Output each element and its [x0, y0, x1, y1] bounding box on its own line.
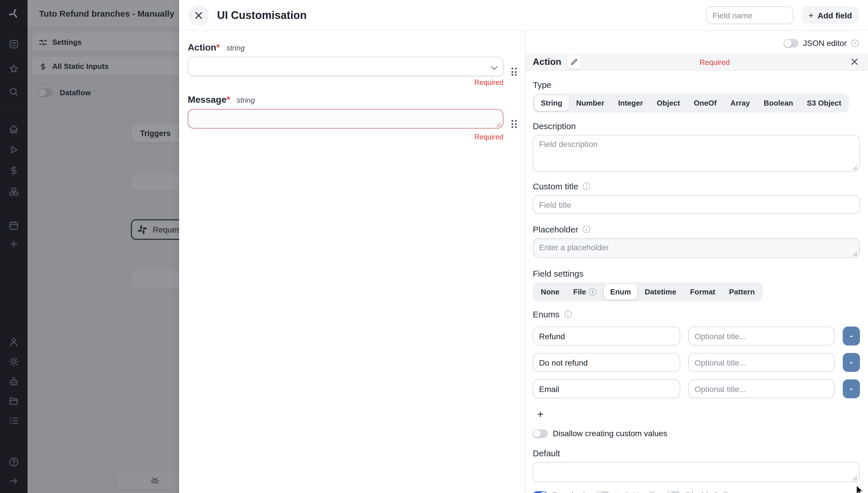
type-option-oneof[interactable]: OneOf	[687, 95, 723, 111]
json-editor-label: JSON editor	[803, 39, 847, 48]
placeholder-label: Placeholder	[533, 224, 860, 234]
required-toggle[interactable]	[533, 491, 548, 493]
enum-title-input[interactable]	[688, 353, 835, 372]
default-label: Default	[533, 448, 860, 458]
inspector-close-button[interactable]	[848, 57, 860, 67]
mouse-cursor	[856, 485, 864, 493]
enum-value-input[interactable]	[533, 353, 680, 372]
required-asterisk: *	[216, 42, 220, 52]
disabled-toggle[interactable]	[666, 491, 681, 493]
field-inspector-panel: JSON editor Action Required Type String …	[525, 31, 868, 493]
modal-title: UI Customisation	[217, 9, 306, 22]
inspector-required-status: Required	[581, 58, 848, 66]
custom-title-label: Custom title	[533, 181, 860, 191]
setting-option-none[interactable]: None	[534, 284, 566, 300]
rename-field-button[interactable]	[567, 55, 581, 69]
setting-option-datetime[interactable]: Datetime	[638, 284, 682, 300]
disabled-toggle-label: Disabled	[686, 491, 717, 493]
enum-title-input[interactable]	[688, 326, 835, 345]
message-required-note: Required	[188, 133, 504, 141]
type-option-array[interactable]: Array	[724, 95, 756, 111]
ui-customisation-modal: UI Customisation + Add field Action* str…	[179, 0, 868, 493]
nullable-toggle-label: Nullable	[615, 491, 644, 493]
drag-handle-icon[interactable]	[511, 68, 516, 76]
enums-label: Enums	[533, 309, 860, 319]
description-label: Description	[533, 121, 860, 131]
drag-handle-icon[interactable]	[511, 120, 516, 128]
info-icon	[583, 226, 590, 233]
enum-value-input[interactable]	[533, 326, 680, 345]
chevron-down-icon	[491, 63, 498, 70]
enum-row: -	[533, 326, 860, 345]
disallow-custom-toggle[interactable]	[533, 429, 548, 437]
inspector-header: Action Required	[526, 54, 868, 70]
json-editor-row: JSON editor	[533, 31, 860, 54]
message-field-label: Message* string	[188, 95, 504, 105]
type-option-object[interactable]: Object	[651, 95, 686, 111]
setting-option-enum[interactable]: Enum	[604, 284, 637, 300]
field-type-hint: string	[237, 96, 255, 104]
field-name-input[interactable]	[706, 6, 793, 24]
field-settings-segmented-control: None File Enum Datetime Format Pattern	[533, 282, 763, 301]
default-textarea[interactable]	[533, 462, 860, 482]
type-option-boolean[interactable]: Boolean	[757, 95, 799, 111]
action-field-label: Action* string	[188, 42, 504, 53]
enum-title-input[interactable]	[688, 379, 835, 398]
enum-value-input[interactable]	[533, 379, 680, 398]
enum-row: -	[533, 379, 860, 398]
description-textarea[interactable]	[533, 135, 860, 172]
plus-icon: +	[809, 10, 814, 20]
custom-title-input[interactable]	[533, 195, 860, 214]
modal-header: UI Customisation + Add field	[179, 0, 868, 31]
message-textarea[interactable]	[188, 109, 504, 129]
type-option-string[interactable]: String	[534, 95, 569, 111]
info-icon	[722, 492, 729, 493]
pencil-icon	[571, 59, 577, 65]
info-icon	[564, 310, 571, 318]
remove-enum-button[interactable]: -	[843, 379, 860, 398]
add-field-label: Add field	[818, 10, 852, 20]
disallow-custom-row: Disallow creating custom values	[533, 429, 860, 438]
close-icon	[195, 11, 203, 19]
type-segmented-control: String Number Integer Object OneOf Array…	[533, 93, 849, 112]
info-icon	[851, 39, 859, 47]
placeholder-textarea[interactable]	[533, 238, 860, 258]
action-select[interactable]	[188, 57, 504, 76]
setting-option-pattern[interactable]: Pattern	[723, 284, 761, 300]
action-field-row: Action* string Required	[188, 42, 504, 87]
info-icon	[649, 492, 656, 493]
form-preview-column: Action* string Required Message* string	[179, 31, 525, 493]
add-enum-button[interactable]: +	[537, 409, 543, 421]
message-field-row: Message* string Required	[188, 95, 504, 141]
nullable-toggle[interactable]	[595, 491, 610, 493]
remove-enum-button[interactable]: -	[843, 353, 860, 372]
remove-enum-button[interactable]: -	[843, 326, 860, 345]
json-editor-toggle[interactable]	[784, 39, 799, 47]
disallow-custom-label: Disallow creating custom values	[553, 429, 667, 438]
type-option-s3object[interactable]: S3 Object	[801, 95, 848, 111]
add-field-button[interactable]: + Add field	[802, 6, 859, 24]
setting-option-file[interactable]: File	[567, 284, 603, 300]
type-option-integer[interactable]: Integer	[612, 95, 649, 111]
close-icon	[850, 58, 858, 65]
field-settings-label: Field settings	[533, 269, 860, 278]
modal-backdrop[interactable]	[0, 0, 179, 493]
enum-row: -	[533, 353, 860, 372]
field-type-hint: string	[227, 44, 245, 52]
flags-row: Required Nullable Disabled	[533, 491, 860, 493]
action-required-note: Required	[188, 79, 504, 87]
info-icon	[589, 288, 596, 296]
type-option-number[interactable]: Number	[570, 95, 611, 111]
required-asterisk: *	[227, 95, 230, 104]
inspector-field-title: Action	[533, 57, 562, 67]
modal-close-button[interactable]	[188, 5, 209, 25]
required-toggle-label: Required	[552, 491, 585, 493]
type-label: Type	[533, 80, 860, 89]
setting-option-format[interactable]: Format	[684, 284, 722, 300]
info-icon	[583, 183, 590, 190]
